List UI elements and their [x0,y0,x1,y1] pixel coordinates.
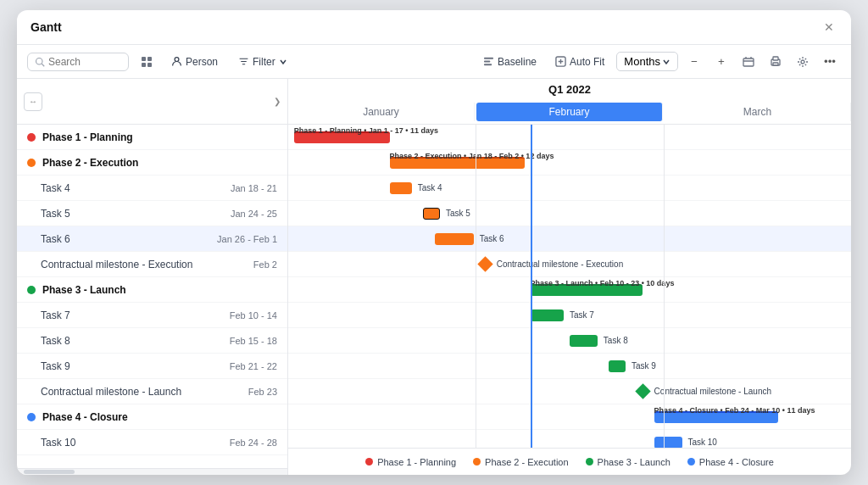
scrollbar-area[interactable] [17,468,287,475]
grid-icon [141,56,153,68]
print-button[interactable] [765,51,787,73]
phase-row-closure: Phase 4 - Closure [17,404,287,430]
task5-bar[interactable] [423,208,440,220]
legend-dot-launch [586,458,593,465]
task-row-task6[interactable]: Task 6 Jan 26 - Feb 1 [17,226,287,252]
svg-rect-16 [773,57,778,60]
ms-exec-label: Contractual milestone - Execution [41,259,192,270]
today-line [531,125,532,448]
chart-header: Q1 2022 January February March [288,79,851,125]
ms-exec-label-chart: Contractual milestone - Execution [497,259,624,269]
task10-bar[interactable] [654,437,682,448]
task-row-ms-exec[interactable]: Contractual milestone - Execution Feb 2 [17,252,287,277]
task7-bar[interactable] [531,309,565,321]
phase-dot-launch [27,286,36,294]
chart-row-task4: Task 4 [288,176,851,201]
phase3-bar-label: Phase 3 - Launch • Feb 10 - 23 • 10 days [531,279,675,287]
close-button[interactable]: ✕ [821,19,837,36]
chart-row-task9: Task 9 [288,354,851,379]
filter-button[interactable]: Filter [231,53,294,70]
svg-point-0 [36,58,43,64]
task9-date: Feb 21 - 22 [209,361,277,371]
search-input[interactable] [48,56,116,68]
phase-row-execution: Phase 2 - Execution [17,150,287,176]
phase-row-launch: Phase 3 - Launch [17,277,287,303]
chart-row-task6: Task 6 [288,226,851,252]
chart-row-phase1: Phase 1 - Planning • Jan 1 - 17 • 11 day… [288,125,851,150]
legend-execution: Phase 2 - Execution [473,457,568,467]
print-icon [770,56,782,68]
legend-label-planning: Phase 1 - Planning [377,457,456,467]
window-title: Gantt [31,20,62,34]
task6-bar-label: Task 6 [480,234,504,243]
phase-label-closure: Phase 4 - Closure [42,411,128,423]
task7-label: Task 7 [41,309,70,321]
february-label: February [476,103,663,121]
scrollbar-thumb[interactable] [24,470,75,474]
plus-button[interactable]: + [710,51,732,73]
chart-row-task8: Task 8 [288,328,851,354]
left-panel: ↔ ❯ Phase 1 - Planning Phase 2 - Executi… [17,79,288,475]
legend-dot-planning [365,458,373,465]
svg-rect-4 [142,63,146,67]
phase4-bar-label: Phase 4 - Closure • Feb 24 - Mar 10 • 11… [654,406,815,415]
chart-row-ms-launch: Contractual milestone - Launch [288,379,851,404]
task-row-task10[interactable]: Task 10 Feb 24 - 28 [17,430,287,455]
task9-label: Task 9 [41,360,70,372]
search-icon [35,57,45,67]
task6-bar[interactable] [435,233,474,245]
ms-launch-diamond [635,383,650,399]
autofit-label: Auto Fit [570,56,604,68]
collapse-button[interactable]: ↔ [24,92,42,111]
legend-planning: Phase 1 - Planning [365,457,456,467]
chevron-down-icon [279,58,287,66]
chart-panel: Q1 2022 January February March [288,79,851,475]
task10-date: Feb 24 - 28 [209,438,277,448]
chevron-down-icon2 [662,58,670,66]
task5-label: Task 5 [41,208,70,220]
task-row-task5[interactable]: Task 5 Jan 24 - 25 [17,201,287,226]
person-label: Person [186,56,218,68]
toolbar: Person Filter Baseline Auto Fit Months −… [17,45,851,79]
legend-label-closure: Phase 4 - Closure [699,457,774,467]
phase-dot-closure [27,413,36,421]
task4-label: Task 4 [41,182,70,194]
svg-point-6 [175,58,179,62]
task-list: Phase 1 - Planning Phase 2 - Execution T… [17,125,287,468]
january-label: January [288,103,475,121]
settings-button[interactable] [792,51,814,73]
svg-rect-17 [773,63,778,65]
more-button[interactable]: ••• [819,51,841,73]
task-row-task8[interactable]: Task 8 Feb 15 - 18 [17,328,287,354]
chart-body: Phase 1 - Planning • Jan 1 - 17 • 11 day… [288,125,851,448]
baseline-button[interactable]: Baseline [476,53,543,70]
legend-dot-execution [473,458,481,465]
task9-bar[interactable] [609,360,626,372]
phase-label-planning: Phase 1 - Planning [42,131,133,143]
task5-bar-label: Task 5 [446,209,470,218]
task-row-task4[interactable]: Task 4 Jan 18 - 21 [17,176,287,201]
svg-rect-9 [484,64,492,65]
months-label: Months [624,55,660,68]
minus-button[interactable]: − [683,51,705,73]
autofit-icon [555,56,566,67]
grid-icon-button[interactable] [136,51,158,73]
task4-bar[interactable] [390,182,413,194]
task5-date: Jan 24 - 25 [209,209,277,219]
months-dropdown[interactable]: Months [616,52,678,71]
person-button[interactable]: Person [164,53,225,70]
legend-label-launch: Phase 3 - Launch [598,457,670,467]
task-row-task7[interactable]: Task 7 Feb 10 - 14 [17,303,287,328]
ms-launch-date: Feb 23 [209,387,277,397]
snapshot-button[interactable] [737,51,760,73]
task8-bar[interactable] [570,335,598,347]
collapse-right-button[interactable]: ❯ [274,97,281,106]
chart-row-ms-exec: Contractual milestone - Execution [288,252,851,277]
month-headers: January February March [288,101,851,124]
task-row-ms-launch[interactable]: Contractual milestone - Launch Feb 23 [17,379,287,404]
phase1-bar-label: Phase 1 - Planning • Jan 1 - 17 • 11 day… [294,126,438,135]
task-row-task9[interactable]: Task 9 Feb 21 - 22 [17,354,287,379]
task8-bar-label: Task 8 [604,336,628,345]
legend: Phase 1 - Planning Phase 2 - Execution P… [288,448,851,475]
autofit-button[interactable]: Auto Fit [548,53,611,70]
